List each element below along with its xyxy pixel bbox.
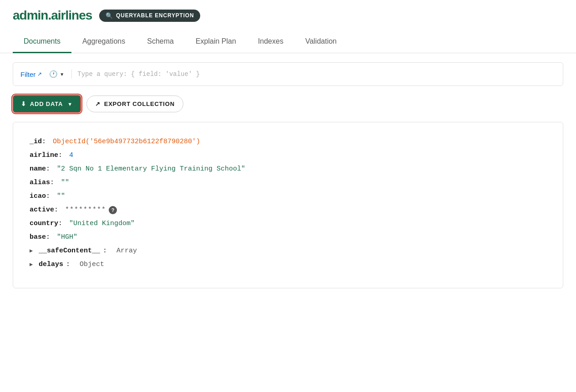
header: admin.airlines 🔍 QUERYABLE ENCRYPTION [0,0,576,31]
filter-placeholder[interactable]: Type a query: { field: 'value' } [77,70,556,78]
field-value-alias: "" [61,176,69,190]
field-key-id: _id [30,135,42,149]
add-data-label: ADD DATA [30,101,63,107]
logo-text: admin.airlines [13,8,92,22]
field-key-icao: icao [30,190,46,203]
chevron-down-icon: ▼ [60,72,64,77]
clock-icon: 🕐 [49,70,58,78]
export-label: EXPORT COLLECTION [104,101,175,107]
external-link-icon: ↗ [37,71,42,77]
field-icao: icao : "" [30,190,546,203]
field-airline: airline : 4 [30,149,546,162]
encryption-badge[interactable]: 🔍 QUERYABLE ENCRYPTION [99,10,200,22]
field-base: base : "HGH" [30,231,546,244]
field-key-active: active [30,203,54,217]
tab-validation[interactable]: Validation [294,31,348,53]
field-key-safe-content: __safeContent__ [39,244,100,258]
field-active: active : ********* ? [30,203,546,217]
field-key-alias: alias [30,176,50,190]
field-key-delays: delays [39,258,63,271]
field-value-name: "2 Sqn No 1 Elementary Flying Training S… [57,162,245,176]
tab-indexes[interactable]: Indexes [247,31,294,53]
vertical-divider [71,70,72,79]
history-button[interactable]: 🕐 ▼ [47,69,66,79]
export-collection-button[interactable]: ↗ EXPORT COLLECTION [86,95,183,112]
expand-arrow-safe-content[interactable]: ▶ [30,246,36,256]
field-alias: alias : "" [30,176,546,190]
add-data-button[interactable]: ⬇ ADD DATA ▼ [13,95,81,113]
tab-explain-plan[interactable]: Explain Plan [185,31,247,53]
field-key-base: base [30,231,46,244]
toolbar: ⬇ ADD DATA ▼ ↗ EXPORT COLLECTION [0,86,576,122]
tabs-nav: Documents Aggregations Schema Explain Pl… [0,31,576,53]
help-icon[interactable]: ? [109,206,117,214]
field-key-name: name [30,162,46,176]
field-id: _id : ObjectId('56e9b497732b6122f8790280… [30,135,546,149]
chevron-down-icon: ▼ [67,101,73,107]
filter-bar: Filter ↗ 🕐 ▼ Type a query: { field: 'val… [13,62,563,86]
field-value-icao: "" [57,190,65,203]
download-icon: ⬇ [21,101,26,107]
filter-label: Filter [20,70,35,78]
export-icon: ↗ [95,101,101,107]
field-name: name : "2 Sqn No 1 Elementary Flying Tra… [30,162,546,176]
logo: admin.airlines [13,8,92,23]
field-value-airline: 4 [69,149,73,162]
tab-documents[interactable]: Documents [13,31,71,53]
field-value-delays-type: Object [80,258,104,271]
field-delays: ▶ delays : Object [30,258,546,271]
document-card: _id : ObjectId('56e9b497732b6122f8790280… [13,122,563,288]
field-value-country: "United Kingdom" [69,217,135,231]
field-value-active: ********* [65,203,106,217]
field-safe-content: ▶ __safeContent__ : Array [30,244,546,258]
tab-aggregations[interactable]: Aggregations [71,31,136,53]
field-key-country: country [30,217,58,231]
lock-icon: 🔍 [106,12,113,19]
field-value-base: "HGH" [57,231,77,244]
field-value-id: ObjectId('56e9b497732b6122f8790280') [53,135,200,149]
field-key-airline: airline [30,149,58,162]
tab-schema[interactable]: Schema [136,31,185,53]
field-value-safe-content-type: Array [116,244,137,258]
expand-arrow-delays[interactable]: ▶ [30,259,36,270]
filter-link[interactable]: Filter ↗ [20,70,42,78]
badge-label: QUERYABLE ENCRYPTION [116,12,194,19]
field-country: country : "United Kingdom" [30,217,546,231]
